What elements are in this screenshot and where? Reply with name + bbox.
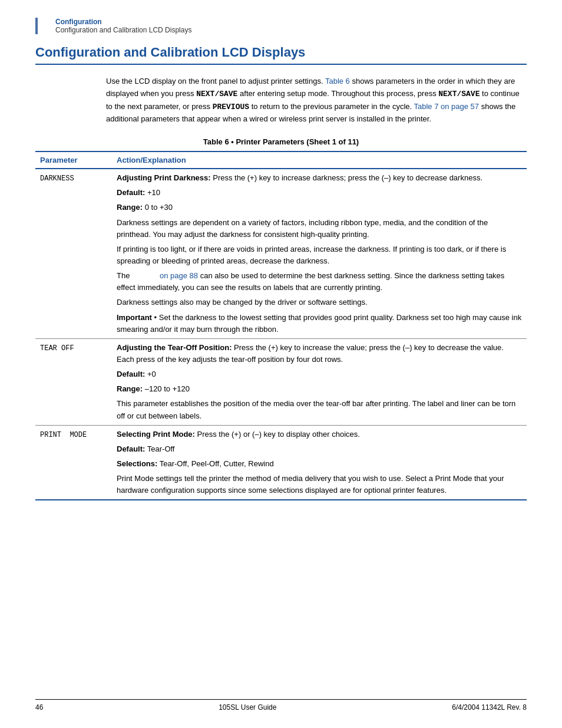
params-table: Parameter Action/Explanation DARKNESS Ad…	[35, 151, 527, 500]
footer-date-rev: 6/4/2004 11342L Rev. 8	[452, 703, 527, 711]
intro-text-1: Use the LCD display on the front panel t…	[106, 77, 325, 85]
col-header-action: Action/Explanation	[112, 151, 527, 169]
page: Configuration Configuration and Calibrat…	[0, 0, 562, 728]
footer-doc-title: 105SL User Guide	[219, 703, 276, 711]
table7-link[interactable]: Table 7 on page 57	[414, 102, 479, 111]
page-footer: 46 105SL User Guide 6/4/2004 11342L Rev.…	[35, 699, 527, 711]
param-name-darkness: DARKNESS	[35, 169, 112, 338]
breadcrumb-top: Configuration	[55, 18, 527, 26]
table-row: TEAR OFF Adjusting the Tear-Off Position…	[35, 338, 527, 425]
param-name-tearoff: TEAR OFF	[35, 338, 112, 425]
table-row: DARKNESS Adjusting Print Darkness: Press…	[35, 169, 527, 338]
breadcrumb: Configuration Configuration and Calibrat…	[35, 18, 527, 34]
footer-page-number: 46	[35, 703, 43, 711]
param-name-printmode: PRINT MODE	[35, 425, 112, 500]
table-row: PRINT MODE Selecting Print Mode: Press t…	[35, 425, 527, 500]
action-cell-printmode: Selecting Print Mode: Press the (+) or (…	[112, 425, 527, 500]
page88-link[interactable]: on page 88	[160, 271, 198, 280]
action-cell-tearoff: Adjusting the Tear-Off Position: Press t…	[112, 338, 527, 425]
breadcrumb-sub: Configuration and Calibration LCD Displa…	[55, 26, 527, 34]
table6-link[interactable]: Table 6	[325, 77, 350, 85]
intro-paragraph: Use the LCD display on the front panel t…	[106, 75, 527, 126]
page-title: Configuration and Calibration LCD Displa…	[35, 45, 527, 65]
action-cell-darkness: Adjusting Print Darkness: Press the (+) …	[112, 169, 527, 338]
col-header-param: Parameter	[35, 151, 112, 169]
table-title: Table 6 • Printer Parameters (Sheet 1 of…	[35, 137, 527, 146]
